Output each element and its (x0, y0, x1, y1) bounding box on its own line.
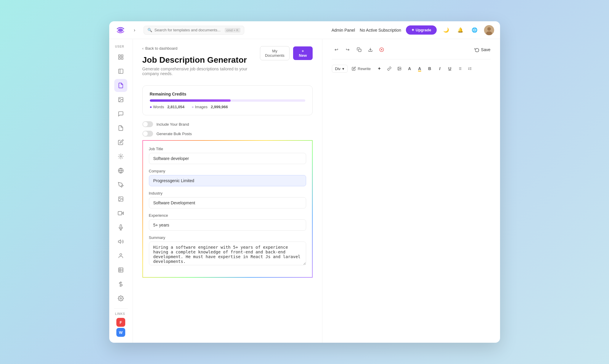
copy-button[interactable] (354, 45, 364, 54)
credits-bar (150, 99, 305, 102)
sidebar-item-documents[interactable] (114, 79, 127, 92)
sidebar-item-globe[interactable] (114, 164, 127, 177)
undo-button[interactable]: ↩ (332, 45, 341, 54)
right-panel: ↩ ↪ Save (322, 39, 500, 343)
templates-icon (118, 68, 124, 74)
industry-input[interactable] (149, 197, 306, 208)
summary-textarea[interactable]: Hiring a software engineer with 5+ years… (149, 242, 306, 265)
images-value: 2,999,966 (211, 105, 228, 109)
redo-button[interactable]: ↪ (343, 45, 353, 54)
sidebar-item-photo[interactable] (114, 192, 127, 206)
audio-icon (118, 239, 124, 245)
sidebar-item-audio[interactable] (114, 235, 127, 248)
sidebar-item-pen[interactable] (114, 178, 127, 191)
words-label: Words (153, 105, 164, 109)
svg-marker-16 (122, 212, 123, 214)
sidebar-link-w[interactable]: W (116, 328, 125, 337)
bulk-toggle-label: Generate Bulk Posts (157, 132, 192, 136)
svg-rect-17 (118, 211, 122, 215)
sidebar-item-settings[interactable] (114, 292, 127, 305)
svg-rect-3 (119, 55, 120, 57)
sidebar-link-f[interactable]: F (116, 318, 125, 327)
language-button[interactable]: 🌐 (470, 25, 479, 35)
sidebar-item-templates[interactable] (114, 65, 127, 78)
job-title-group: Job Title (149, 147, 306, 164)
sidebar-item-grid[interactable] (114, 51, 127, 64)
sidebar-item-table[interactable] (114, 263, 127, 276)
images-dot-icon: ● (192, 105, 195, 109)
my-documents-button[interactable]: My Documents (260, 46, 290, 60)
sidebar-item-image[interactable] (114, 93, 127, 106)
dollar-icon (118, 281, 124, 287)
upgrade-button[interactable]: ✦ Upgrade (406, 25, 436, 35)
search-input[interactable] (155, 28, 222, 32)
editor-content[interactable] (332, 78, 491, 337)
sidebar-item-user[interactable] (114, 249, 127, 262)
admin-panel-link[interactable]: Admin Panel (332, 28, 355, 33)
notifications-button[interactable]: 🔔 (456, 25, 465, 35)
svg-point-27 (120, 298, 122, 299)
brand-toggle[interactable] (142, 121, 153, 127)
experience-input[interactable] (149, 219, 306, 231)
sidebar-item-file[interactable] (114, 122, 127, 135)
link-icon (387, 67, 391, 71)
brand-toggle-label: Include Your Brand (157, 122, 189, 127)
save-button[interactable]: Save (475, 47, 491, 52)
images-dot: ● Images 2,999,966 (192, 105, 228, 109)
form-card: Job Title Company Industry Experience (142, 140, 313, 278)
summary-label: Summary (149, 235, 306, 240)
new-document-button[interactable]: + New (293, 46, 312, 60)
search-bar: 🔍 cmd + K (144, 26, 244, 35)
sidebar-links-label: LINKS (109, 311, 133, 317)
bullet-list-button[interactable] (455, 64, 464, 73)
delete-button[interactable] (377, 45, 386, 54)
no-subscription-label: No Active Subscription (360, 28, 401, 33)
dark-mode-button[interactable]: 🌙 (441, 25, 451, 35)
download-button[interactable] (366, 45, 375, 54)
experience-group: Experience (149, 213, 306, 231)
italic-button[interactable]: I (435, 64, 444, 73)
bulk-toggle[interactable] (142, 131, 153, 137)
back-link[interactable]: ‹ Back to dashboard (142, 46, 260, 51)
ai-assist-button[interactable]: ✦ (375, 64, 384, 73)
image-insert-button[interactable] (395, 64, 404, 73)
document-icon (118, 82, 124, 88)
block-type-select[interactable]: Div ▾ (332, 65, 348, 73)
sidebar-item-video[interactable] (114, 207, 127, 220)
sidebar-item-mic[interactable] (114, 221, 127, 234)
underline-button[interactable]: U (445, 64, 454, 73)
summary-group: Summary Hiring a software engineer with … (149, 235, 306, 266)
toggle-sidebar-button[interactable]: › (131, 26, 139, 34)
link-button[interactable] (385, 64, 394, 73)
credits-bar-fill (150, 99, 231, 102)
copy-icon (357, 47, 361, 52)
job-title-input[interactable] (149, 153, 306, 164)
sidebar-item-chat[interactable] (114, 107, 127, 120)
ordered-list-button[interactable] (465, 64, 474, 73)
images-label: Images (195, 105, 208, 109)
logo (115, 25, 126, 35)
sidebar-item-dollar[interactable] (114, 278, 127, 291)
svg-rect-7 (119, 69, 123, 74)
bold-button[interactable]: B (425, 64, 434, 73)
bullet-list-icon (458, 67, 462, 71)
sidebar: USER (109, 39, 133, 343)
sidebar-item-edit[interactable] (114, 136, 127, 149)
text-color-button[interactable]: A (405, 64, 414, 73)
svg-rect-22 (119, 268, 123, 272)
search-shortcut: cmd + K (225, 28, 240, 33)
sidebar-item-ai[interactable] (114, 150, 127, 163)
avatar[interactable] (484, 25, 494, 35)
brand-toggle-row: Include Your Brand (142, 121, 313, 127)
ordered-list-icon (468, 67, 472, 71)
svg-rect-6 (121, 58, 123, 59)
rewrite-label: Rewrite (358, 67, 371, 71)
editor-format-toolbar: Div ▾ Rewrite ✦ A A (332, 64, 491, 73)
delete-icon (379, 47, 384, 52)
rewrite-button[interactable]: Rewrite (349, 65, 374, 72)
company-input[interactable] (149, 175, 306, 186)
chevron-down-icon: ▾ (342, 67, 344, 71)
settings-icon (118, 295, 124, 301)
highlight-button[interactable]: A (415, 64, 424, 73)
credits-meta: ● Words 2,811,054 ● Images 2,999,966 (150, 105, 305, 109)
